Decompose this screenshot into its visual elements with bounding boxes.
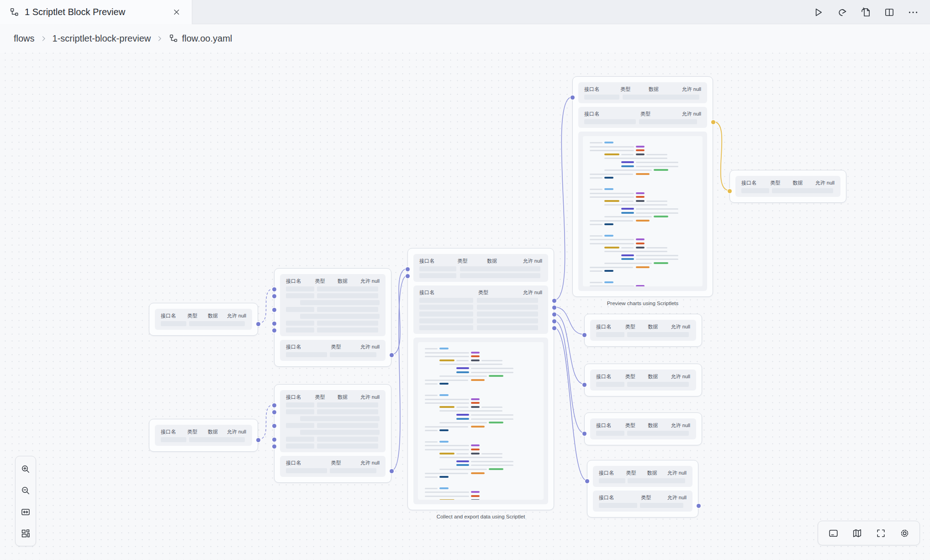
output-port[interactable]: [256, 322, 260, 326]
flow-node-final[interactable]: 接口名类型数据允许 null: [729, 170, 846, 203]
code-line: [425, 402, 537, 404]
chevron-right-icon: [40, 35, 48, 42]
breadcrumb-item-flows[interactable]: flows: [14, 33, 35, 44]
column-header: 允许 null: [360, 278, 380, 284]
input-port[interactable]: [272, 322, 276, 326]
split-view-button[interactable]: [881, 4, 898, 21]
skeleton-bar: [639, 119, 697, 124]
flow-node-group-b[interactable]: 接口名类型数据允许 null接口名类型允许 null: [274, 384, 391, 483]
code-token-bar: [604, 200, 619, 202]
flow-node-out-b[interactable]: 接口名类型数据允许 null: [584, 364, 702, 396]
code-token-bar: [604, 281, 613, 283]
input-port[interactable]: [582, 432, 587, 436]
edge[interactable]: [258, 289, 274, 323]
input-port[interactable]: [272, 294, 276, 298]
tab-scriptlet-block-preview[interactable]: 1 Scriptlet Block Preview: [0, 0, 192, 24]
flow-canvas[interactable]: 接口名类型数据允许 null接口名类型数据允许 null接口名类型数据允许 nu…: [0, 0, 930, 560]
code-token-bar: [471, 449, 480, 450]
edge[interactable]: [554, 314, 584, 384]
code-token-bar: [425, 402, 469, 404]
code-token-bar: [636, 285, 645, 286]
breadcrumb-item-flow.oo.yaml[interactable]: flow.oo.yaml: [169, 33, 232, 44]
rerun-button[interactable]: [833, 4, 851, 21]
input-port[interactable]: [571, 95, 575, 100]
input-port[interactable]: [272, 438, 276, 442]
column-header: 允许 null: [360, 394, 380, 400]
close-tab-button[interactable]: [170, 6, 183, 19]
code-token-bar: [621, 154, 634, 155]
zoom-in-button[interactable]: [16, 460, 35, 478]
input-port[interactable]: [728, 189, 732, 193]
flow-node-preview-charts[interactable]: 接口名类型数据允许 null接口名类型允许 nullPreview charts…: [572, 76, 713, 297]
minimap-button[interactable]: [846, 523, 867, 543]
code-line: [590, 270, 696, 272]
skeleton-bar: [330, 468, 376, 473]
flow-node-input-b[interactable]: 接口名类型数据允许 null: [149, 419, 258, 452]
skeleton-bar: [317, 423, 378, 428]
output-port[interactable]: [390, 469, 394, 473]
code-token-bar: [456, 453, 469, 454]
input-port[interactable]: [272, 424, 276, 428]
code-line: [425, 465, 537, 466]
column-header: 接口名: [599, 470, 614, 476]
flow-node-out-a[interactable]: 接口名类型数据允许 null: [584, 314, 702, 347]
edge[interactable]: [554, 97, 572, 300]
io-panel: 接口名类型数据允许 null: [590, 370, 696, 391]
input-port[interactable]: [585, 479, 589, 483]
code-token-bar: [456, 460, 469, 462]
edge[interactable]: [554, 321, 584, 433]
code-token-bar: [425, 449, 469, 450]
flow-node-scriptlet-main[interactable]: 接口名类型数据允许 null接口名类型允许 nullCollect and ex…: [407, 248, 554, 510]
output-port[interactable]: [552, 312, 556, 317]
skeleton-bar: [317, 321, 378, 326]
input-port[interactable]: [272, 444, 276, 449]
input-port[interactable]: [272, 308, 276, 312]
input-port[interactable]: [272, 328, 276, 333]
flow-node-out-d[interactable]: 接口名类型数据允许 null接口名类型允许 null: [587, 460, 698, 518]
code-token-bar: [471, 359, 480, 361]
edge[interactable]: [554, 307, 584, 334]
skeleton-bar: [627, 382, 689, 387]
code-token-bar: [590, 243, 634, 244]
input-port[interactable]: [582, 383, 587, 387]
output-port[interactable]: [711, 120, 715, 124]
output-port[interactable]: [256, 438, 260, 442]
edge[interactable]: [391, 269, 407, 354]
io-row: [419, 273, 542, 278]
export-button[interactable]: [857, 4, 874, 21]
output-port[interactable]: [390, 353, 394, 357]
output-port[interactable]: [697, 504, 701, 508]
edge[interactable]: [554, 328, 587, 481]
flow-node-out-c[interactable]: 接口名类型数据允许 null: [584, 412, 702, 445]
auto-layout-button[interactable]: [16, 524, 35, 543]
input-port[interactable]: [406, 267, 410, 271]
console-button[interactable]: [823, 523, 844, 543]
code-line: [590, 146, 696, 148]
fullscreen-button[interactable]: [870, 523, 891, 543]
input-port[interactable]: [272, 403, 276, 407]
fit-view-button[interactable]: [16, 502, 35, 521]
code-token-bar: [621, 165, 634, 167]
code-line: [590, 204, 696, 206]
output-port[interactable]: [552, 326, 556, 330]
flow-node-input-a[interactable]: 接口名类型数据允许 null: [149, 303, 258, 336]
edge[interactable]: [391, 275, 407, 470]
code-token-bar: [489, 375, 503, 377]
breadcrumb-item-1-scriptlet-block-preview[interactable]: 1-scriptlet-block-preview: [53, 33, 151, 44]
input-port[interactable]: [272, 287, 276, 291]
edge[interactable]: [258, 405, 274, 439]
settings-button[interactable]: [894, 523, 915, 543]
code-token-bar: [654, 262, 668, 264]
run-button[interactable]: [809, 4, 827, 21]
input-port[interactable]: [406, 274, 410, 278]
code-line: [425, 457, 537, 458]
code-token-bar: [636, 243, 645, 244]
zoom-out-button[interactable]: [16, 481, 35, 500]
code-token-bar: [456, 418, 469, 420]
flow-node-group-a[interactable]: 接口名类型数据允许 null接口名类型允许 null: [274, 268, 391, 367]
output-port[interactable]: [552, 319, 556, 323]
input-port[interactable]: [272, 410, 276, 414]
edge[interactable]: [713, 122, 729, 190]
more-button[interactable]: [904, 4, 922, 21]
input-port[interactable]: [582, 333, 587, 337]
